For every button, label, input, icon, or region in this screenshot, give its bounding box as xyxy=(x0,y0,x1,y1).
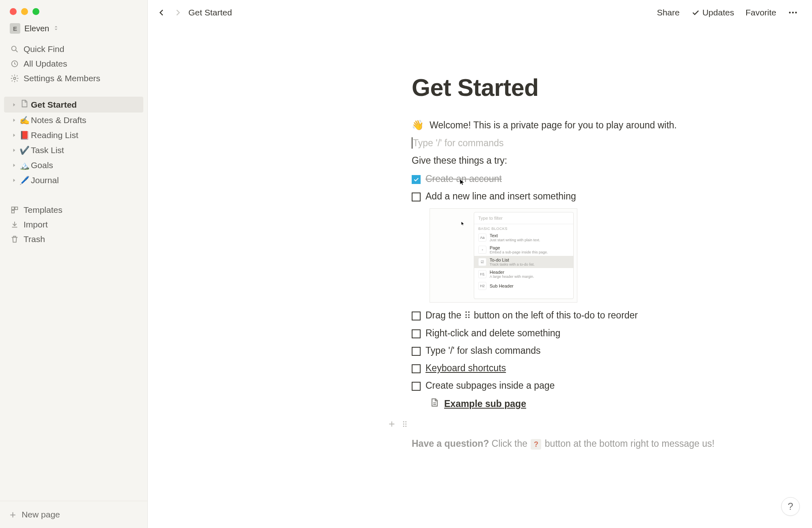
svg-rect-4 xyxy=(15,207,17,210)
sidebar-page-journal[interactable]: 🖊️ Journal xyxy=(4,173,143,188)
todo-item[interactable]: Create an account xyxy=(412,173,785,184)
svg-point-9 xyxy=(403,421,404,422)
chevron-right-icon[interactable] xyxy=(11,147,18,154)
nav-forward-button[interactable] xyxy=(172,7,184,18)
subpage-link[interactable]: Example sub page xyxy=(430,398,785,410)
svg-point-6 xyxy=(789,12,790,13)
empty-block-input[interactable]: Type '/' for commands xyxy=(412,137,785,149)
menu-item: H2 Sub Header xyxy=(474,280,573,292)
svg-point-10 xyxy=(405,421,406,422)
svg-point-8 xyxy=(795,12,797,13)
page-label: Task List xyxy=(31,145,64,155)
todo-checkbox[interactable] xyxy=(412,382,421,391)
main-area: Get Started Share Updates Favorite Get S… xyxy=(148,0,812,528)
more-button[interactable] xyxy=(784,6,801,19)
todo-text: Type '/' for slash commands xyxy=(425,345,541,356)
page-emoji: 🏔️ xyxy=(19,160,29,170)
share-button[interactable]: Share xyxy=(654,6,683,19)
svg-point-12 xyxy=(405,424,406,425)
updates-label: Updates xyxy=(702,8,734,17)
todo-checkbox[interactable] xyxy=(412,193,421,201)
todo-item[interactable]: Drag the ⠿ button on the left of this to… xyxy=(412,310,785,321)
drag-handle-icon: ⠿ xyxy=(464,310,471,321)
h2-icon: H2 xyxy=(478,282,486,290)
welcome-block[interactable]: 👋 Welcome! This is a private page for yo… xyxy=(412,119,785,131)
todo-item[interactable]: Create subpages inside a page xyxy=(412,380,785,391)
sidebar-page-goals[interactable]: 🏔️ Goals xyxy=(4,158,143,173)
gear-icon xyxy=(10,74,19,83)
settings-members-button[interactable]: Settings & Members xyxy=(3,71,144,86)
sidebar-page-task-list[interactable]: ✔️ Task List xyxy=(4,143,143,158)
close-window-button[interactable] xyxy=(10,8,17,15)
page-icon xyxy=(430,398,439,410)
import-button[interactable]: Import xyxy=(3,217,144,232)
workspace-name: Eleven xyxy=(24,24,49,33)
todo-item[interactable]: Add a new line and insert something xyxy=(412,191,785,202)
chevron-updown-icon xyxy=(53,25,59,32)
filter-input: Type to filter xyxy=(474,212,573,224)
fullscreen-window-button[interactable] xyxy=(32,8,39,15)
workspace-switcher[interactable]: E Eleven xyxy=(0,20,147,39)
page-content: Get Started 👋 Welcome! This is a private… xyxy=(412,74,785,450)
todo-text: Keyboard shortcuts xyxy=(425,363,506,374)
chevron-right-icon[interactable] xyxy=(11,117,18,124)
todo-item[interactable]: Keyboard shortcuts xyxy=(412,363,785,374)
breadcrumb[interactable]: Get Started xyxy=(188,8,232,17)
settings-label: Settings & Members xyxy=(24,74,100,83)
trash-button[interactable]: Trash xyxy=(3,232,144,247)
todo-checkbox[interactable] xyxy=(412,364,421,373)
try-header[interactable]: Give these things a try: xyxy=(412,155,785,166)
svg-rect-3 xyxy=(12,207,14,210)
drag-handle-button[interactable] xyxy=(400,420,409,430)
templates-button[interactable]: Templates xyxy=(3,203,144,217)
todo-checkbox[interactable] xyxy=(412,329,421,338)
svg-point-0 xyxy=(12,46,16,51)
cursor-icon xyxy=(461,221,464,227)
page-label: Goals xyxy=(31,160,53,170)
chevron-right-icon[interactable] xyxy=(11,162,18,169)
chevron-right-icon[interactable] xyxy=(11,177,18,184)
quick-find-label: Quick Find xyxy=(24,44,64,54)
all-updates-button[interactable]: All Updates xyxy=(3,56,144,71)
sidebar-page-reading-list[interactable]: 📕 Reading List xyxy=(4,128,143,143)
sidebar-page-get-started[interactable]: Get Started xyxy=(4,97,143,113)
quick-find-button[interactable]: Quick Find xyxy=(3,42,144,56)
page-emoji: 🖊️ xyxy=(19,175,29,185)
favorite-button[interactable]: Favorite xyxy=(742,6,780,19)
menu-item: H1 HeaderA large header with margin. xyxy=(474,268,573,280)
h1-icon: H1 xyxy=(478,270,486,278)
todo-checkbox[interactable] xyxy=(412,312,421,320)
page-emoji: 📕 xyxy=(19,130,29,140)
search-icon xyxy=(10,44,19,54)
svg-point-11 xyxy=(403,424,404,425)
sidebar-page-notes-drafts[interactable]: ✍️ Notes & Drafts xyxy=(4,113,143,128)
svg-point-7 xyxy=(792,12,794,13)
svg-rect-5 xyxy=(12,210,14,213)
todo-checkbox[interactable] xyxy=(412,175,421,184)
chevron-right-icon[interactable] xyxy=(11,132,18,139)
question-block[interactable]: Have a question? Click the ? button at t… xyxy=(412,438,785,450)
svg-point-14 xyxy=(405,426,406,427)
todo-checkbox[interactable] xyxy=(412,347,421,356)
trash-label: Trash xyxy=(24,234,45,244)
page-icon: ▫ xyxy=(478,246,486,254)
help-fab-button[interactable]: ? xyxy=(781,497,800,516)
page-emoji: ✍️ xyxy=(19,115,29,125)
page-icon xyxy=(19,99,29,110)
sidebar-pages: Get Started ✍️ Notes & Drafts 📕 Reading … xyxy=(0,88,147,190)
block-controls xyxy=(387,420,785,430)
todo-text: Create an account xyxy=(425,173,502,184)
workspace-avatar: E xyxy=(10,23,20,34)
todo-item[interactable]: Type '/' for slash commands xyxy=(412,345,785,356)
page-title[interactable]: Get Started xyxy=(412,74,785,102)
todo-item[interactable]: Right-click and delete something xyxy=(412,328,785,339)
minimize-window-button[interactable] xyxy=(21,8,28,15)
todo-text: Right-click and delete something xyxy=(425,328,560,339)
chevron-right-icon[interactable] xyxy=(11,101,18,108)
updates-button[interactable]: Updates xyxy=(688,6,737,19)
nav-back-button[interactable] xyxy=(156,7,167,18)
topbar: Get Started Share Updates Favorite xyxy=(148,0,812,25)
add-block-button[interactable] xyxy=(387,420,396,430)
new-page-button[interactable]: + New page xyxy=(3,503,144,526)
page-label: Journal xyxy=(31,175,59,185)
